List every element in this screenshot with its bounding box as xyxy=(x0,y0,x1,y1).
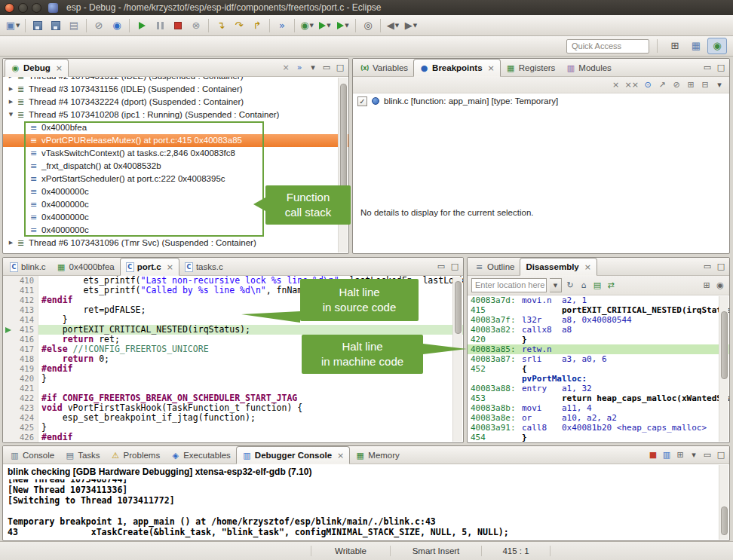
debug-thread-row[interactable]: ▶Thread #2 1073431312 (IDLE) (Suspended … xyxy=(3,77,348,83)
console-tab-executables[interactable]: Executables xyxy=(165,447,236,464)
window-maximize-button[interactable] xyxy=(32,3,41,13)
window-close-button[interactable] xyxy=(5,3,14,13)
show-source-icon[interactable]: ▤ xyxy=(592,280,603,292)
skip-all-breakpoints-icon[interactable]: ⊘ xyxy=(671,79,682,91)
right-tab-registers[interactable]: Registers xyxy=(501,60,561,76)
outline-tab-disassembly[interactable]: Disassembly× xyxy=(520,258,597,276)
show-breakpoints-button[interactable]: ◉ xyxy=(108,17,126,34)
view-menu-icon[interactable]: ▾ xyxy=(308,62,318,74)
step-into-button[interactable]: ↴ xyxy=(212,17,230,34)
expand-all-icon[interactable]: ⊞ xyxy=(685,79,696,91)
instruction-stepping-mode-icon[interactable]: » xyxy=(294,62,305,74)
debug-tab-debug[interactable]: Debug× xyxy=(5,59,69,77)
expand-twisty-icon[interactable]: ▶ xyxy=(6,237,16,249)
debug-frame-row[interactable]: vTaskSwitchContext() at tasks.c:2,846 0x… xyxy=(3,147,348,160)
console-tab-console[interactable]: Console xyxy=(5,447,60,464)
editor-tab-blink-c[interactable]: blink.c xyxy=(5,259,51,275)
sync-with-active-context-icon[interactable]: ⇄ xyxy=(606,280,616,292)
terminate-button[interactable] xyxy=(169,17,187,34)
code-text[interactable]: } xyxy=(38,423,463,433)
step-return-button[interactable]: ↱ xyxy=(248,17,266,34)
right-tab-breakpoints[interactable]: Breakpoints× xyxy=(413,59,501,77)
quick-access-input[interactable]: Quick Access xyxy=(566,39,649,54)
print-button[interactable]: ▤ xyxy=(65,17,83,34)
disassembly-content[interactable]: 40083a7d:movi.n a2, 1415 portEXIT_CRITIC… xyxy=(468,295,729,442)
open-perspective-button[interactable]: ⊞ xyxy=(665,38,685,54)
open-new-view-icon[interactable]: ⊞ xyxy=(701,280,712,292)
location-dropdown-icon[interactable]: ▼ xyxy=(550,278,562,292)
debug-thread-row[interactable]: ▶Thread #6 1073431096 (Tmr Svc) (Suspend… xyxy=(3,237,348,249)
sash-horizontal-2[interactable] xyxy=(2,443,730,445)
collapse-twisty-icon[interactable]: ▼ xyxy=(6,109,16,121)
remove-all-terminated-icon[interactable]: × xyxy=(281,62,291,74)
show-breakpoints-supported-icon[interactable]: ⊙ xyxy=(643,79,653,91)
expand-twisty-icon[interactable]: ▶ xyxy=(6,77,16,83)
remove-all-breakpoints-icon[interactable]: ×× xyxy=(625,79,639,91)
cpp-perspective-button[interactable]: ▦ xyxy=(686,38,706,54)
close-tab-icon[interactable]: × xyxy=(584,262,591,272)
view-menu-icon[interactable]: ▾ xyxy=(714,79,725,91)
search-button[interactable]: ◎ xyxy=(359,17,377,34)
sash-vertical-top[interactable] xyxy=(349,58,352,254)
debug-thread-row[interactable]: ▼Thread #5 1073410208 (ipc1 : Running) (… xyxy=(3,109,348,121)
minimize-icon[interactable]: ▭ xyxy=(702,261,713,273)
minimize-icon[interactable]: ▭ xyxy=(436,261,446,273)
right-tab-modules[interactable]: Modules xyxy=(560,60,616,76)
view-menu-icon[interactable]: ▾ xyxy=(689,449,699,461)
location-input[interactable]: Enter location here xyxy=(471,278,547,292)
debug-thread-row[interactable]: ▶Thread #3 1073431156 (IDLE) (Suspended … xyxy=(3,83,348,96)
save-all-button[interactable] xyxy=(47,17,65,34)
editor-tab-0x4000bfea[interactable]: 0x4000bfea xyxy=(51,259,120,275)
debug-frame-row[interactable]: 0x4000bfea xyxy=(3,121,348,134)
code-text[interactable]: esp_set_breakpoint_if_jtag(function); xyxy=(38,413,463,423)
collapse-all-icon[interactable]: ⊟ xyxy=(700,79,710,91)
scrollbar-thumb[interactable] xyxy=(455,281,462,334)
console-tab-memory[interactable]: Memory xyxy=(350,447,405,464)
console-tab-tasks[interactable]: Tasks xyxy=(60,447,105,464)
debug-perspective-button[interactable]: ◉ xyxy=(707,38,727,54)
skip-all-breakpoints-button[interactable]: ⊘ xyxy=(90,17,108,34)
run-button[interactable]: ▼ xyxy=(316,17,334,34)
minimize-icon[interactable]: ▭ xyxy=(702,449,713,461)
external-tools-button[interactable]: ▼ xyxy=(334,17,352,34)
terminate-icon[interactable]: ■ xyxy=(648,449,658,461)
save-button[interactable] xyxy=(29,17,47,34)
sash-horizontal-1[interactable] xyxy=(2,254,730,257)
editor-tab-tasks-c[interactable]: tasks.c xyxy=(179,259,228,275)
breakpoint-enabled-checkbox[interactable] xyxy=(357,96,367,106)
maximize-icon[interactable]: □ xyxy=(449,261,460,273)
maximize-icon[interactable]: □ xyxy=(716,261,726,273)
debug-frame-row[interactable]: 0x4000000c xyxy=(3,224,348,237)
window-minimize-button[interactable] xyxy=(18,3,28,13)
scrollbar-thumb[interactable] xyxy=(721,506,728,535)
debug-frame-row[interactable]: vPortCPUReleaseMutex() at port.c:415 0x4… xyxy=(3,134,348,147)
close-tab-icon[interactable]: × xyxy=(488,63,495,73)
close-tab-icon[interactable]: × xyxy=(56,63,63,73)
right-tab-variables[interactable]: Variables xyxy=(354,60,413,76)
suspend-button[interactable] xyxy=(151,17,169,34)
breakpoint-list-item[interactable]: blink.c [function: app_main] [type: Temp… xyxy=(353,93,729,109)
minimize-icon[interactable]: ▭ xyxy=(321,62,332,74)
debug-thread-row[interactable]: ▶Thread #4 1073432224 (dport) (Suspended… xyxy=(3,96,348,109)
new-wizard-button[interactable]: ▣▼ xyxy=(4,17,22,34)
scrollbar-thumb[interactable] xyxy=(340,84,347,197)
editor-tab-port-c[interactable]: port.c× xyxy=(120,258,179,276)
code-text[interactable]: } xyxy=(38,374,463,384)
maximize-icon[interactable]: □ xyxy=(335,62,345,74)
scrollbar-thumb[interactable] xyxy=(721,311,728,379)
forward-button[interactable]: ▶▼ xyxy=(402,17,420,34)
maximize-icon[interactable]: □ xyxy=(716,449,726,461)
debug-frame-row[interactable]: _frxt_dispatch() at 0x4008532b xyxy=(3,160,348,173)
step-over-button[interactable]: ↷ xyxy=(230,17,248,34)
debug-button[interactable]: ◉▼ xyxy=(298,17,316,34)
remove-selected-breakpoints-icon[interactable]: × xyxy=(611,79,621,91)
editor-scrollbar[interactable] xyxy=(452,277,462,442)
resume-button[interactable] xyxy=(133,17,151,34)
instruction-stepping-button[interactable]: » xyxy=(273,17,291,34)
disassembly-scrollbar[interactable] xyxy=(719,296,728,442)
maximize-icon[interactable]: □ xyxy=(716,62,726,74)
open-console-icon[interactable]: ⊞ xyxy=(675,449,685,461)
outline-tab-outline[interactable]: Outline xyxy=(469,259,520,275)
close-tab-icon[interactable]: × xyxy=(167,262,173,272)
debug-view-scrollbar[interactable] xyxy=(338,78,348,252)
